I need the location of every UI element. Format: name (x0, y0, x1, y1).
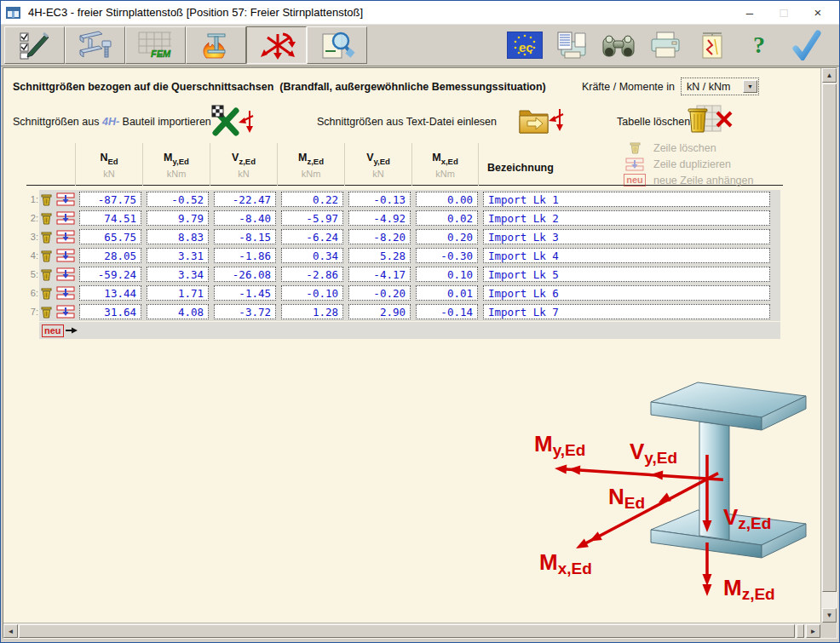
clear-table-button[interactable] (682, 102, 736, 138)
name-field[interactable]: Import Lk 5 (483, 267, 770, 282)
value-field[interactable]: -0.30 (416, 248, 478, 263)
delete-row-icon[interactable] (39, 212, 54, 225)
fem-button[interactable]: FEM (125, 26, 186, 64)
horizontal-scrollbar[interactable]: ◄ ► (3, 623, 820, 638)
minimize-button[interactable]: – (734, 3, 766, 23)
notes-button[interactable] (694, 28, 730, 62)
value-field[interactable]: 2.90 (348, 304, 411, 319)
table-row: 2: 74.51 9.79 -8.40 -5.97 -4.92 0.02 Imp… (26, 209, 783, 227)
preview-button[interactable] (307, 26, 367, 64)
units-label: Kräfte / Momente in (582, 81, 675, 93)
value-field[interactable]: 0.20 (416, 229, 478, 244)
delete-row-icon[interactable] (39, 287, 54, 300)
value-field[interactable]: -5.97 (281, 210, 343, 226)
scroll-right-icon[interactable]: ► (806, 624, 820, 638)
units-dropdown[interactable]: kN / kNm ▼ (681, 78, 759, 95)
value-field[interactable]: 28.05 (79, 248, 141, 263)
value-field[interactable]: 74.51 (79, 210, 141, 226)
scroll-left-icon[interactable]: ◄ (3, 624, 18, 638)
scroll-up-icon[interactable]: ▲ (822, 68, 837, 83)
value-field[interactable]: -87.75 (79, 192, 141, 207)
search-button[interactable] (601, 28, 636, 62)
name-field[interactable]: Import Lk 7 (483, 304, 770, 319)
delete-row-icon[interactable] (39, 231, 54, 244)
value-field[interactable]: -8.40 (214, 210, 276, 226)
value-field[interactable]: -3.72 (214, 304, 276, 319)
duplicate-row-icon[interactable] (54, 230, 77, 244)
table-row: 7: 31.64 4.08 -3.72 1.28 2.90 -0.14 Impo… (26, 302, 783, 321)
delete-row-icon[interactable] (39, 250, 54, 262)
value-field[interactable]: 0.22 (281, 192, 343, 207)
value-field[interactable]: 0.02 (416, 210, 478, 226)
name-field[interactable]: Import Lk 3 (483, 229, 770, 244)
internal-forces-button[interactable] (246, 26, 307, 64)
value-field[interactable]: -4.17 (348, 267, 411, 282)
value-field[interactable]: 0.00 (416, 192, 478, 207)
name-field[interactable]: Import Lk 1 (483, 192, 770, 207)
duplicate-row-icon[interactable] (54, 249, 77, 262)
value-field[interactable]: 8.83 (147, 229, 209, 244)
duplicate-row-icon[interactable] (54, 192, 77, 206)
value-field[interactable]: -0.10 (281, 285, 343, 301)
duplicate-row-icon[interactable] (54, 305, 77, 319)
value-field[interactable]: -26.08 (214, 267, 276, 282)
help-button[interactable]: ? (741, 28, 777, 62)
import-bauteil-button[interactable] (210, 104, 255, 136)
print-document-button[interactable] (554, 28, 590, 62)
name-field[interactable]: Import Lk 2 (483, 210, 770, 226)
eurocode-button[interactable]: ec (507, 28, 543, 62)
vertical-scroll-thumb[interactable] (822, 83, 837, 592)
name-field[interactable]: Import Lk 4 (483, 248, 770, 263)
value-field[interactable]: -22.47 (214, 192, 276, 207)
value-field[interactable]: 0.10 (416, 267, 478, 282)
value-field[interactable]: 5.28 (348, 248, 411, 263)
vertical-scrollbar[interactable]: ▲ ▼ (820, 68, 837, 623)
confirm-button[interactable] (788, 28, 824, 62)
maximize-button[interactable]: □ (768, 3, 800, 23)
delete-row-icon[interactable] (39, 268, 54, 281)
value-field[interactable]: 1.28 (281, 304, 343, 319)
duplicate-row-icon[interactable] (54, 211, 77, 225)
scroll-down-icon[interactable]: ▼ (822, 608, 837, 623)
scroll-splitter-handle[interactable] (797, 624, 804, 638)
value-field[interactable]: -6.24 (281, 229, 343, 244)
value-field[interactable]: -1.45 (214, 285, 276, 301)
import-textfile-button[interactable] (517, 104, 565, 136)
value-field[interactable]: 0.01 (416, 285, 478, 301)
delete-row-icon[interactable] (39, 193, 54, 206)
value-field[interactable]: 0.34 (281, 248, 343, 263)
chevron-down-icon[interactable]: ▼ (743, 80, 757, 93)
value-field[interactable]: -1.86 (214, 248, 276, 263)
value-field[interactable]: -0.14 (416, 304, 478, 319)
value-field[interactable]: -59.24 (79, 267, 141, 282)
close-button[interactable]: × (802, 3, 834, 23)
delete-row-icon[interactable] (39, 306, 54, 319)
value-field[interactable]: 13.44 (79, 285, 141, 301)
value-field[interactable]: -8.20 (348, 229, 411, 244)
value-field[interactable]: -0.13 (348, 192, 411, 207)
name-field[interactable]: Import Lk 6 (483, 285, 770, 301)
horizontal-scroll-thumb[interactable] (19, 624, 795, 638)
value-field[interactable]: -2.86 (281, 267, 343, 282)
print-button[interactable] (647, 28, 683, 62)
value-field[interactable]: 3.31 (147, 248, 209, 263)
append-row-button[interactable]: neu (42, 324, 64, 337)
duplicate-row-icon[interactable] (54, 267, 77, 281)
options-button[interactable] (4, 26, 65, 64)
fire-design-button[interactable] (186, 26, 246, 64)
value-field[interactable]: -8.15 (214, 229, 276, 244)
value-field[interactable]: 31.64 (79, 304, 141, 319)
value-field[interactable]: 65.75 (79, 229, 141, 244)
value-field[interactable]: -4.92 (348, 210, 411, 226)
duplicate-row-icon[interactable] (54, 286, 77, 300)
value-field[interactable]: -0.20 (348, 285, 411, 301)
value-field[interactable]: 4.08 (147, 304, 209, 319)
value-field[interactable]: 3.34 (147, 267, 209, 282)
svg-text:ec: ec (519, 40, 533, 55)
profile-button[interactable] (65, 26, 125, 64)
units-value: kN / kNm (687, 81, 739, 93)
value-field[interactable]: 1.71 (147, 285, 209, 301)
column-header: My,Ed kNm (142, 143, 210, 186)
value-field[interactable]: -0.52 (147, 192, 209, 207)
value-field[interactable]: 9.79 (147, 210, 209, 226)
